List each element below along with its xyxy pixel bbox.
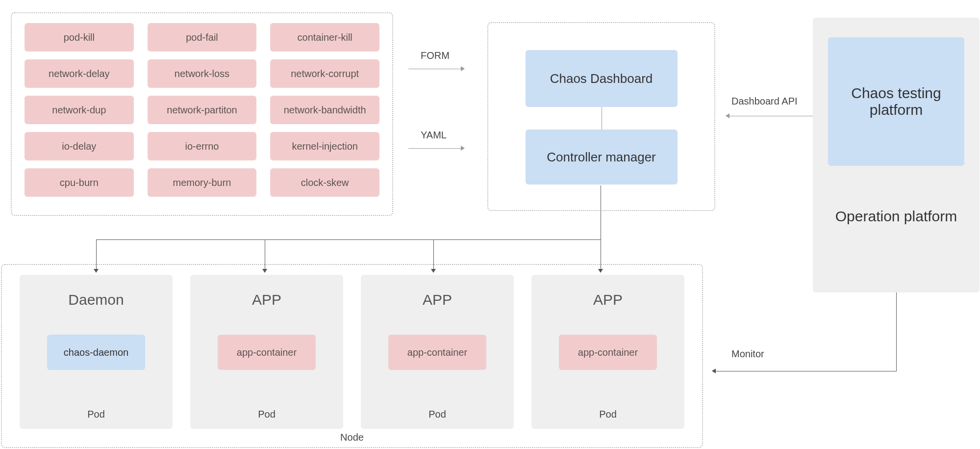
arrow-yaml [408,148,462,149]
action-pod-kill: pod-kill [25,23,134,52]
chaos-actions-group: pod-kill pod-fail container-kill network… [11,12,393,216]
pod-label-1: Pod [87,409,105,420]
arrow-form [408,69,462,69]
pod-app-3: APP app-container Pod [531,275,684,429]
line-bus [96,239,601,240]
action-io-delay: io-delay [25,132,134,160]
container-app-3: app-container [559,335,657,370]
label-yaml: YAML [421,130,447,141]
line-ctrl-down [601,185,601,239]
action-network-delay: network-delay [25,59,134,88]
label-form: FORM [421,50,450,61]
pod-label-3: Pod [428,409,446,420]
action-pod-fail: pod-fail [148,23,257,52]
action-network-dup: network-dup [25,96,134,124]
line-monitor-h [716,371,897,371]
action-clock-skew: clock-skew [270,168,379,197]
action-network-loss: network-loss [148,59,257,88]
action-network-partition: network-partiton [148,96,257,124]
operation-platform-label: Operation platform [835,208,957,225]
container-app-1: app-container [218,335,316,370]
node-group: Daemon chaos-daemon Pod APP app-containe… [1,264,703,448]
action-container-kill: container-kill [270,23,379,52]
line-monitor-v [896,292,897,371]
line-monitor-head [712,369,716,373]
node-label: Node [340,432,364,443]
arrow-yaml-head [461,146,465,151]
arrow-dash-api [729,116,813,116]
controller-manager-box: Controller manager [526,130,678,185]
action-kernel-injection: kernel-injection [270,132,379,160]
pod-title-app-1: APP [252,291,281,308]
pod-row: Daemon chaos-daemon Pod APP app-containe… [20,275,684,429]
action-memory-burn: memory-burn [148,168,257,197]
pod-title-app-2: APP [423,291,452,308]
label-monitor: Monitor [731,348,764,360]
action-network-corrupt: network-corrupt [270,59,379,88]
operation-platform-box: Chaos testing platform Operation platfor… [813,18,980,292]
pod-app-2: APP app-container Pod [361,275,514,429]
chaos-testing-platform-box: Chaos testing platform [828,37,964,166]
pod-title-daemon: Daemon [68,291,124,308]
arrow-dash-api-head [726,113,729,118]
container-app-2: app-container [388,335,486,370]
pod-label-2: Pod [258,409,276,420]
action-cpu-burn: cpu-burn [25,168,134,197]
controller-group: Chaos Dashboard Controller manager [487,22,715,211]
arrow-form-head [461,66,465,71]
action-network-bandwidth: network-bandwidth [270,96,379,124]
chaos-dashboard-box: Chaos Dashboard [526,50,678,107]
pod-daemon: Daemon chaos-daemon Pod [20,275,173,429]
pod-app-1: APP app-container Pod [190,275,343,429]
pod-title-app-3: APP [593,291,623,308]
label-dashboard-api: Dashboard API [731,96,798,107]
pod-label-4: Pod [599,409,617,420]
action-io-errno: io-errno [148,132,257,160]
container-chaos-daemon: chaos-daemon [47,335,145,370]
arrow-dash-to-ctrl [602,107,602,130]
